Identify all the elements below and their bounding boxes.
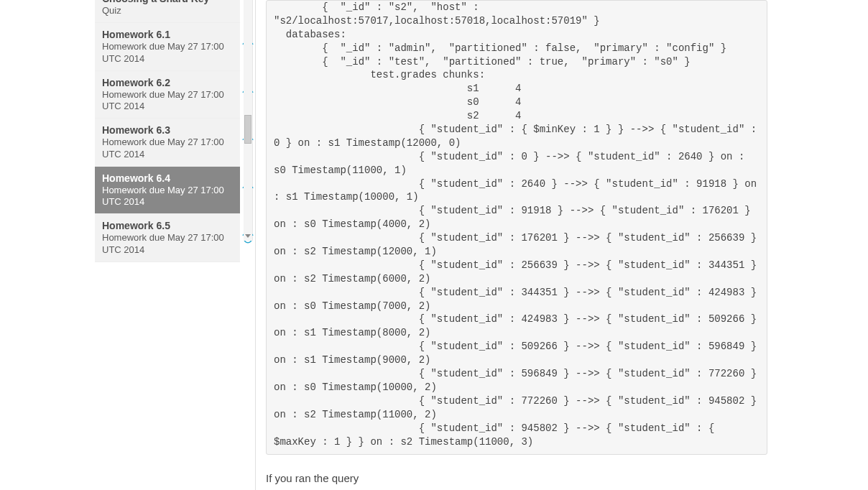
sidebar-item-subtitle: Homework due May 27 17:00 UTC 2014 bbox=[102, 232, 234, 256]
scrollbar-thumb[interactable] bbox=[244, 115, 251, 144]
sidebar-item-subtitle: Homework due May 27 17:00 UTC 2014 bbox=[102, 137, 234, 160]
sidebar-item-subtitle: Homework due May 27 17:00 UTC 2014 bbox=[102, 41, 234, 65]
sidebar-item[interactable]: Homework 6.5Homework due May 27 17:00 UT… bbox=[95, 214, 240, 262]
sidebar-scrollbar[interactable] bbox=[244, 0, 252, 241]
sidebar-item-subtitle: Homework due May 27 17:00 UTC 2014 bbox=[102, 89, 234, 113]
sidebar-item[interactable]: Choosing a Shard KeyQuiz bbox=[95, 0, 240, 23]
sidebar-item-subtitle: Quiz bbox=[102, 5, 234, 17]
sidebar-item[interactable]: Homework 6.2Homework due May 27 17:00 UT… bbox=[95, 71, 240, 119]
follow-text: If you ran the query bbox=[266, 472, 767, 484]
sidebar-item-title: Choosing a Shard Key bbox=[102, 0, 234, 4]
sidebar-item-title: Homework 6.1 bbox=[102, 29, 234, 40]
sidebar-item[interactable]: Homework 6.1Homework due May 27 17:00 UT… bbox=[95, 23, 240, 71]
sidebar-list: Choosing a Shard KeyQuizHomework 6.1Home… bbox=[95, 0, 240, 262]
code-output: { "_id" : "s2", "host" : "s2/localhost:5… bbox=[266, 0, 767, 455]
sidebar-item-title: Homework 6.3 bbox=[102, 124, 234, 136]
scroll-down-button[interactable] bbox=[244, 231, 252, 241]
scroll-up-button[interactable] bbox=[244, 0, 252, 3]
sidebar-item-subtitle: Homework due May 27 17:00 UTC 2014 bbox=[102, 185, 234, 208]
sidebar-item-title: Homework 6.5 bbox=[102, 220, 234, 231]
sidebar-item-title: Homework 6.2 bbox=[102, 77, 234, 88]
sidebar-item[interactable]: Homework 6.4Homework due May 27 17:00 UT… bbox=[95, 167, 240, 215]
sidebar-item[interactable]: Homework 6.3Homework due May 27 17:00 UT… bbox=[95, 119, 240, 167]
sidebar-item-title: Homework 6.4 bbox=[102, 172, 234, 184]
